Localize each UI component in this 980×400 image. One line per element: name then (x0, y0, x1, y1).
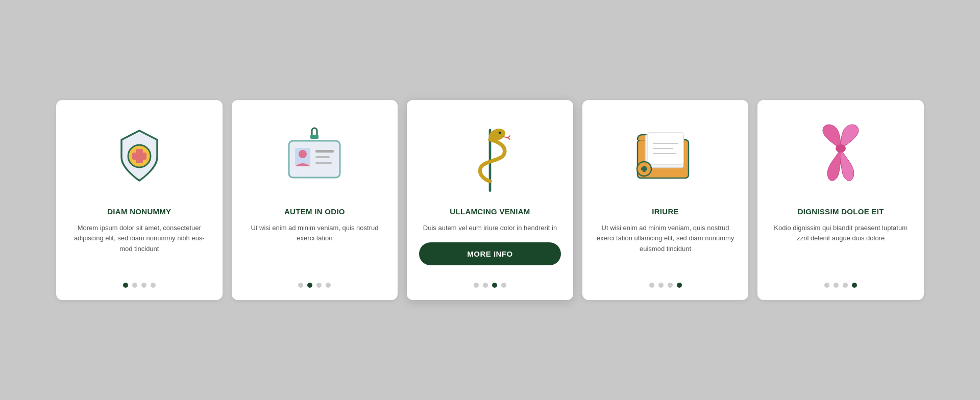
card-5-body: Kodio dignissim qui blandit praesent lup… (770, 223, 912, 275)
card-3: ULLAMCING VENIAM Duis autem vel eum iriu… (407, 100, 573, 301)
svg-rect-23 (643, 166, 646, 172)
card-5: DIGNISSIM DOLOE EIT Kodio dignissim qui … (757, 100, 924, 301)
svg-point-7 (299, 150, 307, 158)
card-4-body: Ut wisi enim ad minim veniam, quis nostr… (595, 223, 737, 275)
svg-rect-8 (315, 150, 334, 153)
svg-point-14 (499, 132, 501, 134)
snake-staff-icon (419, 115, 561, 197)
dot (151, 283, 156, 288)
dot (677, 283, 682, 288)
card-2-body: Ut wisi enim ad minim veniam, quis nostr… (244, 223, 386, 275)
svg-rect-10 (315, 162, 332, 164)
dot (307, 283, 312, 288)
svg-point-24 (836, 144, 846, 153)
card-5-title: DIGNISSIM DOLOE EIT (798, 207, 884, 216)
dot (483, 283, 488, 288)
card-1-dots (123, 283, 156, 288)
shield-medical-icon (68, 115, 210, 197)
card-4-title: IRIURE (652, 207, 679, 216)
ribbon-icon (770, 115, 912, 197)
card-4-dots (649, 283, 682, 288)
dot (852, 283, 857, 288)
card-2: AUTEM IN ODIO Ut wisi enim ad minim veni… (232, 100, 398, 301)
card-1-body: Morem ipsum dolor sit amet, consectetuer… (68, 223, 210, 275)
dot (658, 283, 664, 288)
card-4: IRIURE Ut wisi enim ad minim veniam, qui… (582, 100, 749, 301)
dot (649, 283, 654, 288)
dot (501, 283, 506, 288)
card-1: DIAM NONUMMY Morem ipsum dolor sit amet,… (56, 100, 223, 301)
id-card-icon (244, 115, 386, 197)
dot (298, 283, 303, 288)
dot (123, 283, 128, 288)
dot (492, 283, 497, 288)
cards-container: DIAM NONUMMY Morem ipsum dolor sit amet,… (56, 100, 924, 301)
dot (326, 283, 331, 288)
card-5-dots (824, 283, 857, 288)
card-3-body: Duis autem vel eum iriure dolor in hendr… (423, 223, 557, 234)
dot (843, 283, 848, 288)
svg-rect-9 (315, 156, 330, 158)
dot (474, 283, 479, 288)
svg-rect-2 (132, 153, 146, 160)
medical-folder-icon (595, 115, 737, 197)
more-info-button[interactable]: MORE INFO (419, 242, 561, 265)
card-3-dots (474, 283, 506, 288)
card-2-title: AUTEM IN ODIO (284, 207, 345, 216)
dot (824, 283, 829, 288)
dot (132, 283, 137, 288)
card-2-dots (298, 283, 331, 288)
svg-rect-4 (310, 135, 318, 139)
dot (141, 283, 146, 288)
dot (834, 283, 839, 288)
card-1-title: DIAM NONUMMY (107, 207, 171, 216)
dot (668, 283, 673, 288)
card-3-title: ULLAMCING VENIAM (450, 207, 530, 216)
dot (316, 283, 322, 288)
